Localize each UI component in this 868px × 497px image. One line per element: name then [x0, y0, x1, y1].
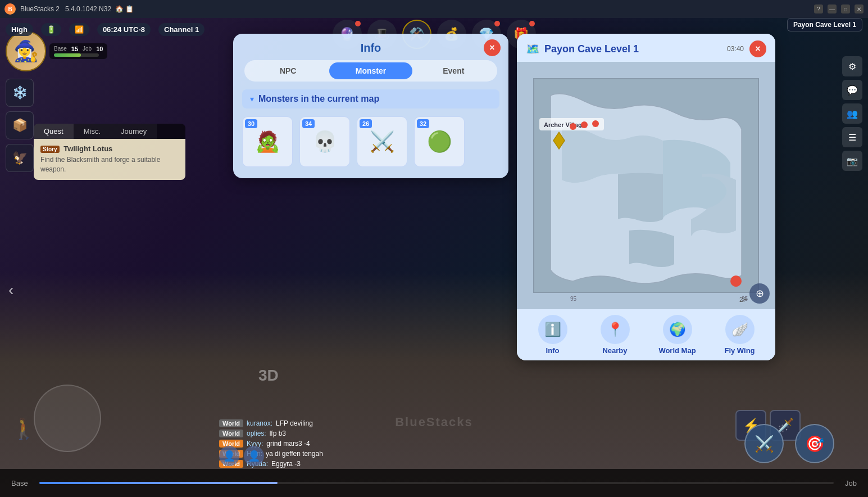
- target-button[interactable]: 🎯: [795, 424, 834, 463]
- notification-dot: [355, 21, 361, 26]
- quest-tabs: Quest Misc. Journey: [34, 124, 185, 139]
- bottom-hud: Base Job: [0, 469, 868, 497]
- quest-content: Story Twilight Lotus Find the Blacksmith…: [34, 139, 185, 180]
- monster-card-1[interactable]: 30 🧟: [242, 116, 293, 167]
- grid-label-left: 95: [570, 296, 577, 302]
- archer-village-label: Archer Village: [544, 121, 585, 128]
- chat-message-1: World kuranox: LFP deviling: [219, 418, 511, 428]
- info-tabs: NPC Monster Event: [244, 60, 497, 82]
- info-nav-label: Info: [546, 346, 560, 355]
- map-nav-worldmap[interactable]: 🌍 World Map: [655, 315, 700, 355]
- battery-icon: 🔋: [41, 23, 61, 36]
- location-badge: Payon Cave Level 1: [787, 18, 862, 31]
- chat-text: LFP deviling: [276, 419, 313, 427]
- monster-image-3: ⚔️: [370, 130, 395, 153]
- monster-level-2: 34: [302, 119, 315, 128]
- time-display: 06:24 UTC-8: [97, 23, 151, 36]
- app-logo: B: [4, 3, 16, 15]
- map-view[interactable]: Archer Village 95 95 ⊕ 2F: [517, 62, 775, 309]
- xp-bar: [39, 482, 834, 484]
- info-panel: Info × NPC Monster Event ▾ Monsters in t…: [233, 34, 508, 178]
- monster-image-2: 💀: [312, 130, 338, 153]
- quest-panel: Quest Misc. Journey Story Twilight Lotus…: [34, 124, 185, 180]
- monster-image-1: 🧟: [255, 130, 280, 153]
- tab-monster[interactable]: Monster: [329, 62, 412, 79]
- enemy-marker-portal: [730, 275, 742, 287]
- friends-icon[interactable]: 👥: [842, 103, 862, 124]
- monsters-section-header[interactable]: ▾ Monsters in the current map: [242, 89, 499, 109]
- monster-level-4: 32: [417, 119, 429, 128]
- restore-button[interactable]: □: [841, 4, 850, 13]
- quest-title: Story Twilight Lotus: [40, 144, 179, 153]
- inventory-icon[interactable]: 📦: [6, 111, 34, 139]
- quest-tab-quest[interactable]: Quest: [34, 124, 74, 139]
- 3d-label: 3D: [258, 367, 279, 385]
- worldmap-nav-icon: 🌍: [663, 315, 692, 344]
- snowflake-icon[interactable]: ❄️: [6, 79, 34, 107]
- zoom-button[interactable]: ⊕: [749, 283, 770, 304]
- bottom-right-buttons: ⚔️ 🎯: [744, 424, 834, 463]
- worldmap-nav-label: World Map: [658, 346, 696, 355]
- chat-badge: World: [219, 430, 243, 437]
- bird-icon[interactable]: 🦅: [6, 144, 34, 172]
- auto-battle-button[interactable]: ⚔️: [744, 424, 784, 463]
- character-stats: Base 15 Job 10: [49, 43, 107, 59]
- xp-fill: [39, 482, 278, 484]
- chat-icon[interactable]: 💬: [842, 80, 862, 100]
- minimize-button[interactable]: —: [828, 4, 837, 13]
- quest-description: Find the Blacksmith and forge a suitable…: [40, 155, 179, 174]
- help-button[interactable]: ?: [814, 4, 823, 13]
- info-panel-close[interactable]: ×: [484, 39, 501, 56]
- chat-user-icons: 👤 👤: [219, 446, 264, 466]
- settings-icon[interactable]: ⚙: [842, 56, 862, 76]
- chat-avatar-1: 👤: [219, 446, 239, 466]
- notification-dot-3: [529, 21, 535, 26]
- tab-npc[interactable]: NPC: [247, 62, 329, 79]
- map-panel-close[interactable]: ×: [749, 40, 766, 57]
- map-nav-flywing[interactable]: 🪽 Fly Wing: [717, 315, 762, 355]
- monster-image-4: 🟢: [427, 130, 452, 153]
- menu-icon[interactable]: ☰: [842, 127, 862, 147]
- job-level: 10: [96, 46, 103, 52]
- chat-sender: oplies:: [247, 430, 266, 437]
- monster-card-2[interactable]: 34 💀: [299, 116, 350, 167]
- job-label: Job: [83, 46, 92, 52]
- flywing-nav-icon: 🪽: [725, 315, 755, 344]
- map-bottom-bar: ℹ️ Info 📍 Nearby 🌍 World Map 🪽 Fly Wing: [517, 309, 775, 360]
- hp-fill: [54, 53, 81, 57]
- floor-label: 2F: [739, 296, 747, 304]
- chat-text: Eggyra -3: [271, 460, 301, 468]
- movement-pad[interactable]: [34, 385, 101, 452]
- monster-level-3: 26: [360, 119, 372, 128]
- monster-grid: 30 🧟 34 💀 26 ⚔️ 32 🟢: [242, 116, 499, 167]
- quest-tab-misc[interactable]: Misc.: [74, 124, 111, 139]
- right-side-panel: ⚙ 💬 👥 ☰ 📷: [842, 56, 862, 171]
- top-right-panel: Payon Cave Level 1: [787, 18, 862, 31]
- window-controls[interactable]: ? — □ ✕: [814, 4, 864, 13]
- base-level: 15: [71, 46, 78, 52]
- enemy-marker-2: [581, 121, 588, 128]
- info-panel-header: Info ×: [233, 34, 508, 60]
- bottom-job-label: Job: [845, 479, 857, 487]
- base-label: Base: [54, 46, 67, 52]
- tab-event[interactable]: Event: [412, 62, 495, 79]
- chat-avatar-2: 👤: [244, 446, 264, 466]
- map-svg: Archer Village 95 95: [517, 62, 775, 309]
- map-timer: 03:40: [727, 45, 744, 53]
- quest-tab-journey[interactable]: Journey: [111, 124, 157, 139]
- camera-icon[interactable]: 📷: [842, 151, 862, 171]
- map-nav-nearby[interactable]: 📍 Nearby: [593, 315, 638, 355]
- chat-sender: kuranox:: [247, 419, 272, 427]
- monster-card-4[interactable]: 32 🟢: [414, 116, 465, 167]
- map-panel: 🗺️ Payon Cave Level 1 03:40 ×: [517, 34, 775, 360]
- map-nav-info[interactable]: ℹ️ Info: [530, 315, 575, 355]
- wifi-icon: 📶: [69, 23, 89, 36]
- nearby-nav-label: Nearby: [602, 346, 627, 355]
- left-side-panel: ❄️ 📦 🦅: [6, 79, 34, 172]
- nav-arrow-left[interactable]: ‹: [8, 281, 13, 299]
- chat-text: ya di geffen tengah: [266, 450, 323, 458]
- app-title: BlueStacks 2 5.4.0.1042 N32 🏠 📋: [20, 5, 814, 13]
- close-button[interactable]: ✕: [855, 4, 864, 13]
- monster-card-3[interactable]: 26 ⚔️: [357, 116, 407, 167]
- info-nav-icon: ℹ️: [538, 315, 567, 344]
